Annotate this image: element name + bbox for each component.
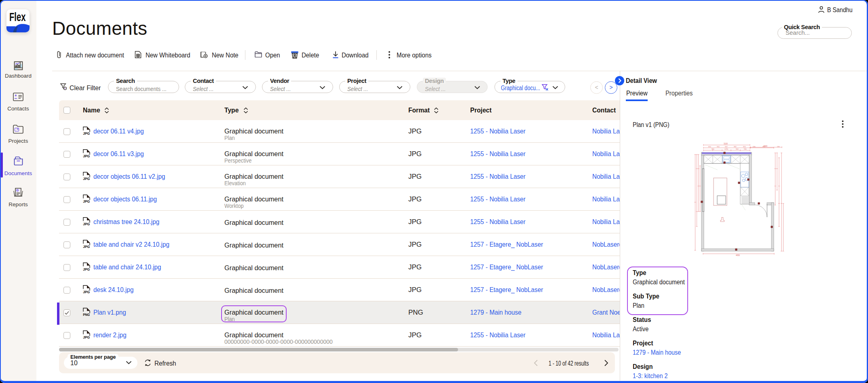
svg-text:530: 530 [753, 146, 756, 148]
svg-text:JPG: JPG [83, 222, 90, 226]
svg-text:JPG: JPG [83, 131, 90, 135]
svg-text:990: 990 [712, 148, 714, 150]
svg-text:950: 950 [762, 146, 765, 148]
svg-text:1290: 1290 [724, 148, 729, 150]
svg-text:240: 240 [777, 146, 780, 148]
svg-text:4650: 4650 [736, 254, 740, 256]
svg-text:930: 930 [744, 148, 747, 150]
svg-text:650: 650 [743, 146, 746, 148]
svg-text:JPG: JPG [83, 245, 90, 248]
svg-text:900: 900 [717, 146, 720, 148]
svg-text:JPG: JPG [83, 154, 90, 158]
svg-text:JPG: JPG [83, 267, 90, 271]
svg-text:982: 982 [734, 146, 737, 148]
svg-text:JPG: JPG [83, 290, 90, 294]
svg-text:PNG: PNG [83, 313, 90, 316]
svg-text:JPG: JPG [83, 335, 90, 339]
svg-text:900: 900 [736, 148, 739, 150]
svg-text:3100: 3100 [724, 143, 728, 145]
svg-text:JPG: JPG [83, 199, 90, 203]
svg-text:JPG: JPG [83, 177, 90, 180]
svg-text:650: 650 [708, 146, 711, 148]
svg-text:Flex: Flex [9, 10, 26, 23]
svg-text:562: 562 [725, 146, 728, 148]
